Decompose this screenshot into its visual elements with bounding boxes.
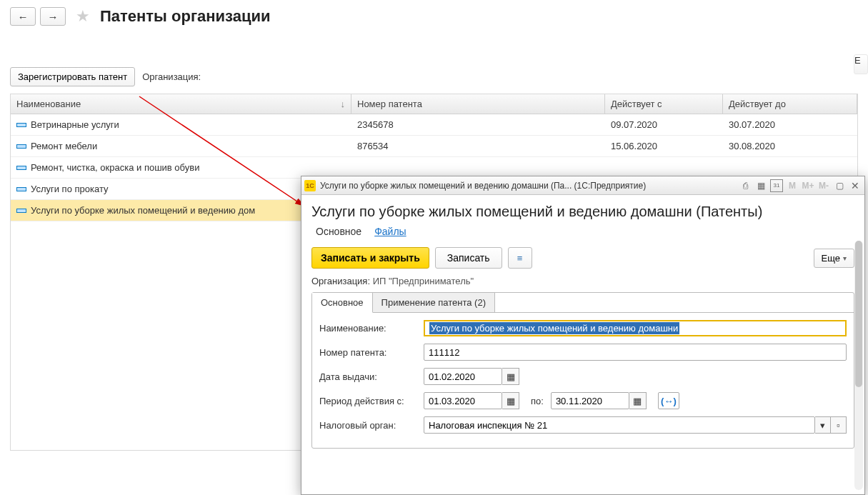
calendar-icon[interactable]: 31 [770,179,783,192]
close-icon[interactable]: ✕ [849,179,862,192]
calc-icon[interactable]: ▦ [754,179,767,192]
dlg-org-value: ИП "Предприниматель" [373,276,474,286]
name-label: Наименование: [319,323,416,334]
sort-arrow-icon: ↓ [341,99,346,109]
patent-dialog: 1C Услуги по уборке жилых помещений и ве… [301,176,865,495]
issue-date-picker-button[interactable]: ▦ [502,368,519,385]
number-input[interactable] [424,344,847,361]
more-button-label: Еще [822,253,840,264]
more-button[interactable]: Еще ▾ [814,249,854,268]
logo-1c-icon: 1C [304,180,316,191]
save-and-close-button[interactable]: Записать и закрыть [311,247,429,269]
cell-name: Ремонт, чистка, окраска и пошив обуви [31,162,199,173]
period-from-input[interactable] [424,392,502,409]
period-range-button[interactable]: (↔) [658,392,679,409]
minimize-icon[interactable]: ▢ [833,179,846,192]
register-patent-button[interactable]: Зарегистрировать патент [10,67,135,86]
save-button[interactable]: Записать [435,247,502,269]
row-icon [16,144,26,149]
inner-tab-files[interactable]: Файлы [374,226,406,237]
name-input-selection: Услуги по уборке жилых помещений и веден… [429,322,679,334]
nav-back-button[interactable]: ← [10,7,36,26]
cell-from: 15.06.2020 [611,141,657,151]
form-tabset: Основное Применение патента (2) Наименов… [311,292,854,449]
row-icon [16,187,26,191]
col-header-name[interactable]: Наименование ↓ [11,94,351,114]
period-from-label: Период действия с: [319,396,416,406]
cell-number: 876534 [357,141,388,151]
cell-number: 2345678 [357,119,394,130]
row-icon [16,209,26,213]
cell-name: Ремонт мебели [31,141,97,151]
cell-to: 30.08.2020 [729,141,775,151]
table-row[interactable]: Ремонт мебели87653415.06.202030.08.2020 [11,136,857,157]
period-to-picker-button[interactable]: ▦ [629,392,647,409]
more-side-button[interactable]: Е [854,54,868,74]
cell-to: 30.07.2020 [729,119,775,130]
cell-name: Ветринарные услуги [31,119,119,130]
tax-authority-dropdown-button[interactable]: ▾ [815,416,831,434]
number-label: Номер патента: [319,347,416,358]
issue-date-label: Дата выдачи: [319,371,416,382]
tab-main[interactable]: Основное [312,293,373,313]
dlg-org-label: Организация: [311,276,370,286]
tax-authority-input[interactable] [424,416,815,434]
m-minus-icon[interactable]: M- [817,179,830,192]
organization-label: Организация: [142,71,201,82]
page-title: Патенты организации [100,7,271,26]
inner-tab-main[interactable]: Основное [316,226,361,237]
dialog-heading: Услуги по уборке жилых помещений и веден… [311,204,854,220]
col-header-number[interactable]: Номер патента [351,94,605,114]
period-to-input[interactable] [551,392,629,409]
tax-authority-label: Налоговый орган: [319,420,416,431]
dialog-title-text: Услуги по уборке жилых помещений и веден… [320,181,734,191]
tax-authority-open-button[interactable]: ▫ [831,416,847,434]
m-icon[interactable]: M [786,179,799,192]
m-plus-icon[interactable]: M+ [802,179,814,192]
col-header-from[interactable]: Действует с [605,94,723,114]
period-from-picker-button[interactable]: ▦ [502,392,519,409]
print-icon[interactable]: ⎙ [739,179,752,192]
col-header-name-label: Наименование [16,99,81,109]
row-icon [16,166,26,170]
cell-name: Услуги по прокату [31,184,109,194]
cell-name: Услуги по уборке жилых помещений и веден… [31,205,255,216]
list-icon-button[interactable]: ≡ [508,247,532,269]
row-icon [16,123,26,127]
chevron-down-icon: ▾ [843,254,847,262]
table-row[interactable]: Ветринарные услуги234567809.07.202030.07… [11,114,857,136]
tab-usage[interactable]: Применение патента (2) [373,293,495,312]
period-sep-label: по: [531,396,544,406]
star-icon[interactable]: ★ [76,7,90,26]
scrollbar-thumb[interactable] [855,241,862,387]
dialog-scrollbar[interactable] [854,241,863,490]
name-input[interactable]: Услуги по уборке жилых помещений и веден… [424,320,847,336]
issue-date-input[interactable] [424,368,502,385]
cell-from: 09.07.2020 [611,119,657,130]
nav-forward-button[interactable]: → [40,7,66,26]
col-header-to[interactable]: Действует до [723,94,857,114]
dialog-titlebar[interactable]: 1C Услуги по уборке жилых помещений и ве… [301,176,864,195]
